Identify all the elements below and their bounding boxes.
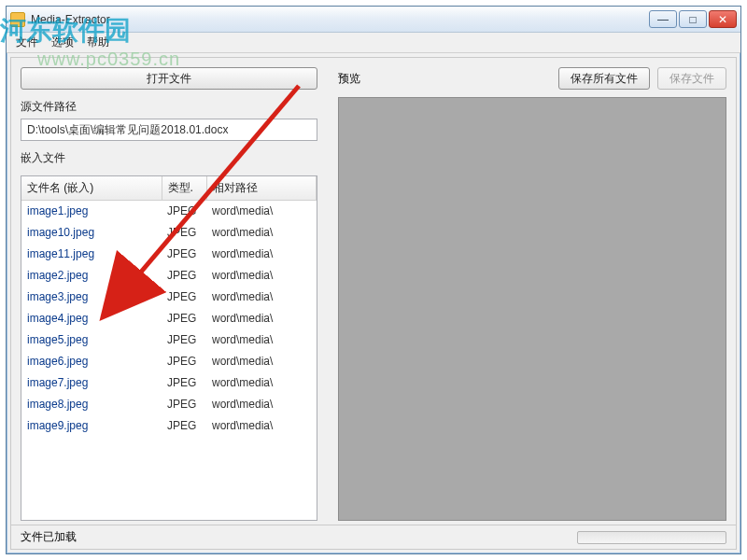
cell-relpath: word\media\ <box>206 244 317 265</box>
close-button[interactable]: ✕ <box>709 10 737 28</box>
table-row[interactable]: image5.jpegJPEGword\media\ <box>21 329 317 351</box>
minimize-icon: — <box>657 13 669 26</box>
table-row[interactable]: image8.jpegJPEGword\media\ <box>21 394 317 415</box>
menu-file[interactable]: 文件 <box>16 35 38 50</box>
cell-type: JPEG <box>162 287 206 308</box>
menu-help[interactable]: 帮助 <box>87 35 109 50</box>
menu-bar: 文件 选项 帮助 <box>7 33 740 53</box>
table-row[interactable]: image7.jpegJPEGword\media\ <box>21 372 317 394</box>
cell-relpath: word\media\ <box>206 329 317 351</box>
cell-type: JPEG <box>162 265 206 287</box>
status-text: 文件已加载 <box>21 529 77 545</box>
cell-relpath: word\media\ <box>206 351 317 372</box>
table-row[interactable]: image6.jpegJPEGword\media\ <box>21 351 317 372</box>
client-area: 打开文件 源文件路径 D:\tools\桌面\编辑常见问题2018.01.doc… <box>10 57 737 550</box>
app-window: Media-Extractor — □ ✕ 文件 选项 帮助 打开文件 源文件路… <box>6 6 741 554</box>
cell-relpath: word\media\ <box>206 287 317 308</box>
title-bar[interactable]: Media-Extractor — □ ✕ <box>7 7 740 33</box>
cell-filename: image3.jpeg <box>21 287 162 308</box>
cell-type: JPEG <box>162 351 206 372</box>
cell-filename: image2.jpeg <box>21 265 162 287</box>
cell-type: JPEG <box>162 415 206 437</box>
close-icon: ✕ <box>718 13 727 26</box>
cell-type: JPEG <box>162 394 206 415</box>
cell-type: JPEG <box>162 308 206 329</box>
save-all-button[interactable]: 保存所有文件 <box>558 67 650 90</box>
table-row[interactable]: image2.jpegJPEGword\media\ <box>21 265 317 287</box>
cell-filename: image1.jpeg <box>21 201 162 222</box>
menu-options[interactable]: 选项 <box>51 35 74 50</box>
cell-type: JPEG <box>162 201 206 222</box>
col-filename[interactable]: 文件名 (嵌入) <box>21 176 162 201</box>
cell-filename: image6.jpeg <box>21 351 162 372</box>
table-row[interactable]: image3.jpegJPEGword\media\ <box>21 287 317 308</box>
maximize-icon: □ <box>689 13 696 26</box>
preview-label: 预览 <box>338 71 360 87</box>
minimize-button[interactable]: — <box>649 10 677 28</box>
embedded-files-table[interactable]: 文件名 (嵌入) 类型. 相对路径 image1.jpegJPEGword\me… <box>21 175 317 521</box>
table-row[interactable]: image11.jpegJPEGword\media\ <box>21 244 317 265</box>
cell-filename: image4.jpeg <box>21 308 162 329</box>
cell-filename: image7.jpeg <box>21 372 162 394</box>
table-row[interactable]: image1.jpegJPEGword\media\ <box>21 201 317 222</box>
right-panel: 预览 保存所有文件 保存文件 <box>332 58 736 525</box>
save-file-button[interactable]: 保存文件 <box>657 67 726 90</box>
cell-type: JPEG <box>162 329 206 351</box>
cell-relpath: word\media\ <box>206 308 317 329</box>
table-row[interactable]: image4.jpegJPEGword\media\ <box>21 308 317 329</box>
cell-relpath: word\media\ <box>206 265 317 287</box>
cell-filename: image5.jpeg <box>21 329 162 351</box>
cell-relpath: word\media\ <box>206 394 317 415</box>
col-relpath[interactable]: 相对路径 <box>206 176 317 201</box>
cell-type: JPEG <box>162 372 206 394</box>
cell-relpath: word\media\ <box>206 415 317 437</box>
window-title: Media-Extractor <box>31 13 110 26</box>
table-row[interactable]: image10.jpegJPEGword\media\ <box>21 222 317 244</box>
cell-type: JPEG <box>162 222 206 244</box>
cell-filename: image8.jpeg <box>21 394 162 415</box>
cell-relpath: word\media\ <box>206 222 317 244</box>
app-icon <box>10 12 25 27</box>
cell-type: JPEG <box>162 244 206 265</box>
cell-filename: image10.jpeg <box>21 222 162 244</box>
embedded-files-label: 嵌入文件 <box>21 150 317 166</box>
cell-relpath: word\media\ <box>206 201 317 222</box>
cell-filename: image9.jpeg <box>21 415 162 437</box>
cell-relpath: word\media\ <box>206 372 317 394</box>
cell-filename: image11.jpeg <box>21 244 162 265</box>
table-row[interactable]: image9.jpegJPEGword\media\ <box>21 415 317 437</box>
maximize-button[interactable]: □ <box>679 10 707 28</box>
preview-area <box>338 97 726 521</box>
progress-bar <box>577 531 726 544</box>
left-panel: 打开文件 源文件路径 D:\tools\桌面\编辑常见问题2018.01.doc… <box>11 58 327 525</box>
source-path-field[interactable]: D:\tools\桌面\编辑常见问题2018.01.docx <box>21 119 317 141</box>
source-path-label: 源文件路径 <box>21 99 317 115</box>
status-bar: 文件已加载 <box>11 525 736 549</box>
open-file-button[interactable]: 打开文件 <box>21 67 317 90</box>
col-type[interactable]: 类型. <box>162 176 206 201</box>
